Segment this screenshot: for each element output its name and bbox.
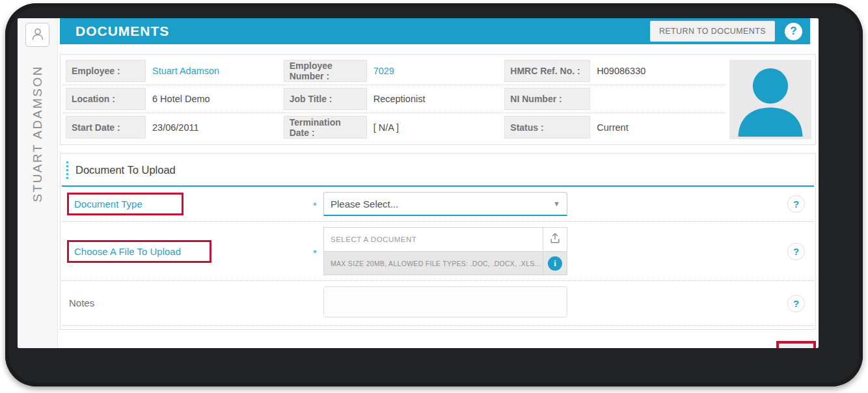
- file-info-cell: i: [543, 252, 567, 275]
- location-value: 6 Hotel Demo: [146, 85, 281, 113]
- summary-row-2: Location : 6 Hotel Demo Job Title : Rece…: [63, 85, 726, 113]
- file-picker-hint-bar: MAX SIZE 20MB, ALLOWED FILE TYPES: .DOC,…: [324, 251, 567, 275]
- file-upload-label-area: Choose A File To Upload: [67, 240, 313, 263]
- page-header: DOCUMENTS RETURN TO DOCUMENTS ?: [60, 18, 810, 44]
- choose-file-label-link[interactable]: Choose A File To Upload: [69, 242, 186, 261]
- chevron-down-icon: ▼: [553, 200, 560, 208]
- ni-number-value: [590, 85, 726, 113]
- termination-date-value: [ N/A ]: [367, 113, 502, 141]
- employee-number-label: Employee Number :: [284, 60, 367, 82]
- notes-label-area: Notes: [67, 297, 313, 309]
- person-outline-icon: [30, 26, 46, 44]
- employee-name-vertical: STUART ADAMSON: [31, 65, 45, 202]
- required-asterisk: *: [313, 245, 323, 258]
- job-title-label: Job Title :: [284, 88, 367, 110]
- notes-label: Notes: [67, 297, 94, 308]
- employee-profile-button[interactable]: [25, 23, 49, 47]
- annotation-box-choose-file: Choose A File To Upload: [67, 240, 211, 263]
- section-header: Document To Upload: [62, 154, 814, 187]
- file-upload-row: Choose A File To Upload * SELECT A DOCUM…: [62, 222, 814, 281]
- file-picker-placeholder[interactable]: SELECT A DOCUMENT: [324, 228, 543, 251]
- summary-row-1: Employee : Stuart Adamson Employee Numbe…: [63, 57, 726, 85]
- document-type-label-link[interactable]: Document Type: [69, 195, 148, 213]
- header-actions: RETURN TO DOCUMENTS ?: [650, 21, 802, 42]
- document-type-select[interactable]: Please Select... ▼: [323, 192, 567, 216]
- question-mark-glyph: ?: [793, 246, 799, 257]
- section-accent-bar: [66, 161, 68, 179]
- document-type-row: Document Type * Please Select... ▼ ?: [62, 187, 814, 222]
- file-picker: SELECT A DOCUMENT: [323, 227, 567, 275]
- summary-row-3: Start Date : 23/06/2011 Termination Date…: [63, 113, 726, 141]
- start-date-value: 23/06/2011: [146, 113, 281, 141]
- selected-option-text: Please Select...: [331, 198, 398, 210]
- page-title: DOCUMENTS: [75, 23, 169, 39]
- screenshot-canvas: STUART ADAMSON DOCUMENTS RETURN TO DOCUM…: [0, 0, 868, 393]
- question-mark-glyph: ?: [790, 25, 796, 38]
- employee-label: Employee :: [66, 60, 146, 82]
- file-upload-help-area: ?: [787, 243, 805, 260]
- employee-number-link[interactable]: 7029: [367, 57, 502, 85]
- return-to-documents-button[interactable]: RETURN TO DOCUMENTS: [650, 21, 775, 42]
- notes-help-icon[interactable]: ?: [787, 295, 805, 312]
- app-window: STUART ADAMSON DOCUMENTS RETURN TO DOCUM…: [18, 18, 819, 348]
- annotation-box-save: SAVE: [776, 341, 816, 348]
- location-label: Location :: [66, 88, 146, 110]
- page-help-icon[interactable]: ?: [785, 23, 802, 40]
- annotation-box-document-type: Document Type: [67, 193, 183, 215]
- save-button[interactable]: SAVE: [779, 344, 813, 348]
- save-row: SAVE: [58, 341, 816, 348]
- upload-file-button[interactable]: [543, 228, 567, 251]
- status-label: Status :: [504, 116, 590, 139]
- file-upload-help-icon[interactable]: ?: [787, 243, 805, 260]
- required-spacer: [313, 302, 323, 305]
- info-icon[interactable]: i: [548, 256, 562, 271]
- document-type-help-icon[interactable]: ?: [787, 195, 805, 213]
- question-mark-glyph: ?: [793, 298, 799, 309]
- employee-sidebar: STUART ADAMSON: [18, 18, 58, 348]
- notes-help-area: ?: [787, 295, 805, 312]
- start-date-label: Start Date :: [66, 116, 146, 139]
- employee-summary-panel: Employee : Stuart Adamson Employee Numbe…: [60, 54, 816, 145]
- document-upload-panel: Document To Upload Document Type * Pleas…: [60, 153, 816, 330]
- employee-summary-grid: Employee : Stuart Adamson Employee Numbe…: [63, 57, 726, 142]
- status-value: Current: [590, 113, 726, 141]
- employee-name-link[interactable]: Stuart Adamson: [146, 57, 281, 85]
- question-mark-glyph: ?: [793, 198, 799, 210]
- notes-control: [323, 286, 567, 320]
- required-asterisk: *: [313, 197, 323, 211]
- notes-row: Notes ?: [62, 281, 814, 326]
- upload-icon: [549, 232, 562, 247]
- main-content: DOCUMENTS RETURN TO DOCUMENTS ? Employee…: [58, 18, 819, 348]
- document-type-label-area: Document Type: [67, 193, 313, 215]
- person-silhouette-icon: [732, 60, 809, 139]
- file-picker-top: SELECT A DOCUMENT: [324, 228, 567, 251]
- employee-avatar: [729, 60, 811, 139]
- termination-date-label: Termination Date :: [284, 116, 367, 139]
- file-upload-control: SELECT A DOCUMENT: [323, 227, 567, 275]
- job-title-value: Receptionist: [367, 85, 502, 113]
- hmrc-ref-value: H09086330: [590, 57, 726, 85]
- file-restrictions-hint: MAX SIZE 20MB, ALLOWED FILE TYPES: .DOC,…: [324, 252, 543, 275]
- document-type-control: Please Select... ▼: [323, 192, 567, 216]
- section-title: Document To Upload: [75, 164, 176, 176]
- notes-input[interactable]: [323, 286, 567, 318]
- document-type-help-area: ?: [787, 195, 805, 213]
- ni-number-label: NI Number :: [504, 88, 590, 110]
- hmrc-ref-label: HMRC Ref. No. :: [504, 60, 590, 82]
